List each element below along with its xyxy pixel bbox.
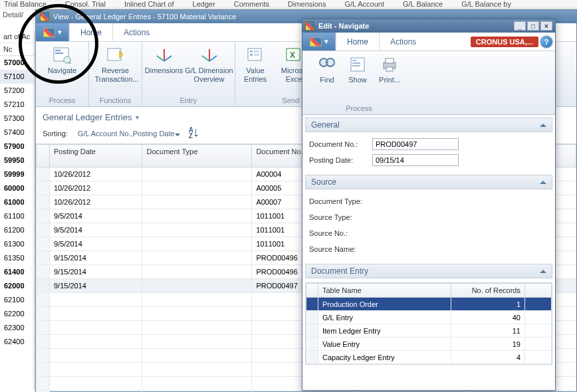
left-header: art of Ac: [0, 31, 34, 43]
account-row[interactable]: 61000: [0, 195, 34, 209]
group-functions: Functions: [92, 96, 139, 106]
svg-rect-15: [250, 54, 253, 56]
account-row[interactable]: 62100: [0, 293, 34, 307]
account-row[interactable]: 61300: [0, 237, 34, 251]
sorting-value-dropdown[interactable]: G/L Account No.,Posting Date: [74, 128, 182, 140]
account-row[interactable]: 61400: [0, 265, 34, 279]
srcno-label: Source No.:: [309, 229, 372, 237]
content-title[interactable]: General Ledger Entries: [43, 112, 132, 122]
svg-rect-24: [352, 62, 360, 64]
close-button[interactable]: ×: [540, 21, 552, 31]
account-row[interactable]: 57210: [0, 98, 34, 112]
svg-line-11: [209, 56, 217, 61]
print-icon: [379, 55, 400, 74]
print-button[interactable]: Print...: [373, 54, 406, 84]
edit-navigate-window: Edit - Navigate _ □ × ▾ Home Actions CRO…: [302, 19, 556, 391]
col-doc-type[interactable]: Document Type: [142, 145, 252, 167]
account-row[interactable]: 57200: [0, 84, 34, 98]
document-entry-row[interactable]: Value Entry19: [306, 338, 552, 351]
navigate-icon: [52, 46, 73, 64]
app-icon: [310, 37, 322, 47]
reverse-icon: [105, 46, 126, 64]
account-row[interactable]: 57300: [0, 112, 34, 126]
account-row[interactable]: 57000: [0, 56, 34, 70]
app-icon: [40, 12, 49, 21]
account-row[interactable]: 62000: [0, 279, 34, 293]
chevron-up-icon: [540, 120, 546, 127]
document-entry-row[interactable]: Capacity Ledger Entry4: [306, 351, 552, 364]
section-source[interactable]: Source: [305, 175, 552, 189]
account-row[interactable]: 61350: [0, 251, 34, 265]
account-row[interactable]: 57400: [0, 126, 34, 140]
gl-dim-label: G/L Dimension Overview: [185, 66, 234, 83]
help-button[interactable]: ?: [540, 36, 552, 48]
find-icon: [316, 55, 338, 74]
section-general-label: General: [311, 120, 340, 130]
group-entry: Entry: [145, 96, 232, 106]
dimensions-button[interactable]: Dimensions: [144, 45, 185, 83]
account-row[interactable]: 59999: [0, 167, 34, 181]
document-entry-row[interactable]: G/L Entry40: [306, 311, 552, 324]
svg-rect-2: [55, 52, 63, 54]
svg-line-10: [202, 56, 209, 61]
value-entries-icon: [245, 46, 266, 64]
account-row[interactable]: 59950: [0, 153, 34, 167]
value-entries-button[interactable]: Value Entries: [239, 45, 272, 83]
srctype-label: Source Type:: [309, 213, 372, 221]
account-row[interactable]: 62200: [0, 307, 34, 321]
tab-home[interactable]: Home: [336, 33, 380, 50]
document-entry-table[interactable]: Table Name No. of Records Production Ord…: [306, 283, 552, 364]
document-entry-row[interactable]: Production Order1: [306, 298, 552, 311]
tab-actions[interactable]: Actions: [113, 23, 160, 41]
navigate-button[interactable]: Navigate: [42, 45, 83, 75]
postdate-input[interactable]: [372, 154, 459, 166]
doctype-label: Document Type:: [309, 197, 372, 205]
find-button[interactable]: Find: [312, 54, 342, 84]
gl-dimension-overview-button[interactable]: G/L Dimension Overview: [185, 45, 234, 83]
svg-rect-27: [386, 58, 394, 63]
app-menu-button[interactable]: ▾: [36, 23, 69, 41]
section-general[interactable]: General: [305, 118, 552, 132]
win2-ribbon: Find Show Print... Process: [302, 51, 555, 115]
group-process: Process: [39, 96, 86, 106]
tab-home[interactable]: Home: [69, 23, 113, 41]
col-no-records[interactable]: No. of Records: [451, 284, 525, 298]
svg-rect-14: [254, 50, 259, 52]
win2-titlebar[interactable]: Edit - Navigate _ □ ×: [302, 19, 555, 33]
account-row[interactable]: 62300: [0, 321, 34, 335]
minimize-button[interactable]: _: [514, 21, 526, 31]
bg-detail-label: Detail/: [3, 11, 23, 19]
print-label: Print...: [373, 76, 406, 84]
document-entry-row[interactable]: Item Ledger Entry11: [306, 324, 552, 338]
account-row[interactable]: 62400: [0, 335, 34, 349]
account-row[interactable]: 60000: [0, 181, 34, 195]
col-table-name[interactable]: Table Name: [318, 284, 451, 298]
app-menu-button[interactable]: ▾: [302, 33, 336, 50]
svg-text:X: X: [290, 50, 295, 60]
gl-dim-icon: [199, 46, 220, 64]
chevron-up-icon: [540, 177, 546, 184]
maximize-button[interactable]: □: [527, 21, 539, 31]
section-source-label: Source: [311, 177, 336, 187]
col-posting-date[interactable]: Posting Date: [50, 145, 142, 167]
company-badge[interactable]: CRONUS USA,...: [471, 37, 538, 47]
win2-title: Edit - Navigate: [318, 22, 369, 30]
svg-rect-16: [254, 54, 259, 56]
account-row[interactable]: 61200: [0, 223, 34, 237]
tab-actions[interactable]: Actions: [380, 33, 427, 50]
account-row[interactable]: 57100: [0, 70, 34, 84]
dimensions-label: Dimensions: [144, 66, 185, 75]
show-button[interactable]: Show: [342, 54, 373, 84]
account-row[interactable]: 61100: [0, 209, 34, 223]
svg-rect-25: [352, 65, 360, 66]
svg-line-7: [157, 56, 164, 61]
svg-rect-23: [352, 60, 356, 61]
sort-az-icon[interactable]: [189, 128, 201, 140]
docno-input[interactable]: [372, 138, 459, 150]
account-row[interactable]: 57900: [0, 140, 34, 153]
value-label: Value Entries: [239, 66, 272, 83]
app-icon: [305, 21, 314, 31]
app-icon: [43, 28, 55, 37]
section-document-entry[interactable]: Document Entry: [305, 264, 552, 278]
reverse-transaction-button[interactable]: Reverse Transaction...: [95, 45, 136, 83]
